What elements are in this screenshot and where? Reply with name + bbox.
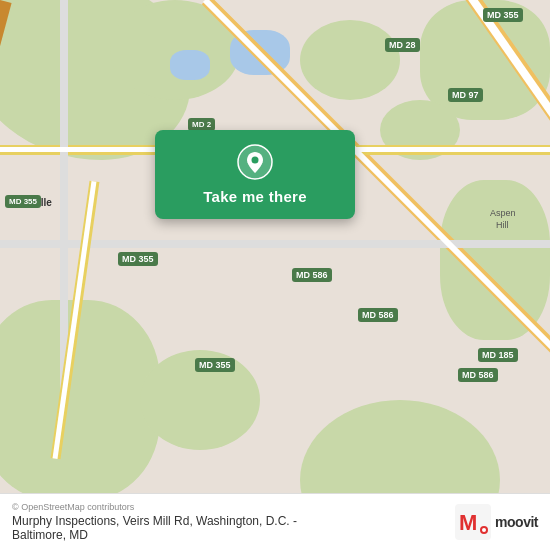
moovit-logo: M moovit xyxy=(455,504,538,540)
shield-md355-left: MD 355 xyxy=(5,195,41,208)
shield-md355-top: MD 355 xyxy=(483,8,523,22)
location-pin-icon xyxy=(237,144,273,180)
moovit-icon: M xyxy=(455,504,491,540)
shield-md28: MD 28 xyxy=(385,38,420,52)
moovit-text: moovit xyxy=(495,514,538,530)
copyright-text: © OpenStreetMap contributors xyxy=(12,502,297,512)
shield-md185: MD 185 xyxy=(478,348,518,362)
green-area-ne1 xyxy=(300,20,400,100)
shield-md355-mid: MD 355 xyxy=(118,252,158,266)
green-area-sw xyxy=(0,300,160,500)
svg-text:M: M xyxy=(459,510,477,535)
shield-md355-bot: MD 355 xyxy=(195,358,235,372)
bottom-bar: © OpenStreetMap contributors Murphy Insp… xyxy=(0,493,550,550)
take-me-there-button[interactable]: Take me there xyxy=(203,188,307,205)
shield-md586-2: MD 586 xyxy=(358,308,398,322)
map-container: MD 355 MD 28 MD 97 MD 355 MD 355 MD 355 … xyxy=(0,0,550,550)
green-area-e2 xyxy=(440,180,550,340)
svg-point-5 xyxy=(482,528,486,532)
location-text: Murphy Inspections, Veirs Mill Rd, Washi… xyxy=(12,514,297,542)
popup-card: Take me there xyxy=(155,130,355,219)
shield-md97: MD 97 xyxy=(448,88,483,102)
svg-point-1 xyxy=(252,157,259,164)
water-area-2 xyxy=(170,50,210,80)
shield-md586-1: MD 586 xyxy=(292,268,332,282)
bottom-left: © OpenStreetMap contributors Murphy Insp… xyxy=(12,502,297,542)
label-hill: Hill xyxy=(496,220,509,230)
shield-md586-3: MD 586 xyxy=(458,368,498,382)
label-aspen: Aspen xyxy=(490,208,516,218)
